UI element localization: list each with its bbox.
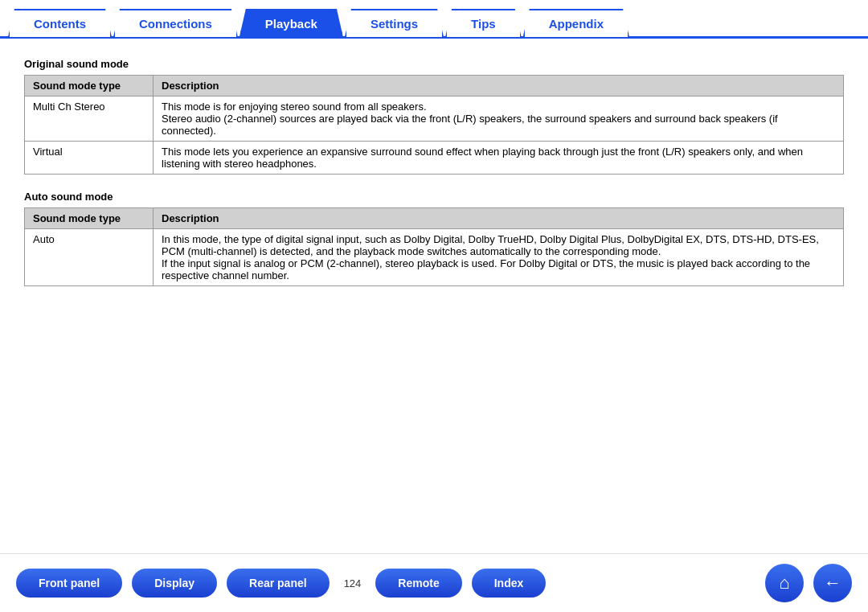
display-button[interactable]: Display <box>132 569 217 598</box>
nav-tab-contents[interactable]: Contents <box>8 9 112 37</box>
table-row: AutoIn this mode, the type of digital si… <box>25 229 844 286</box>
table-auto: Sound mode typeDescriptionAutoIn this mo… <box>24 207 844 286</box>
table-row: Multi Ch StereoThis mode is for enjoying… <box>25 97 844 142</box>
sound-mode-desc: This mode lets you experience an expansi… <box>154 142 844 175</box>
back-icon: ← <box>824 573 841 594</box>
section-title-original: Original sound mode <box>24 58 844 70</box>
page-number: 124 <box>339 577 366 589</box>
rear-panel-button[interactable]: Rear panel <box>227 569 330 598</box>
table-original: Sound mode typeDescriptionMulti Ch Stere… <box>24 75 844 175</box>
column-header: Description <box>154 208 844 229</box>
sound-mode-type: Auto <box>25 229 154 286</box>
section-title-auto: Auto sound mode <box>24 191 844 203</box>
sound-mode-desc: In this mode, the type of digital signal… <box>154 229 844 286</box>
front-panel-button[interactable]: Front panel <box>16 569 122 598</box>
nav-tab-appendix[interactable]: Appendix <box>523 9 629 37</box>
nav-tab-playback[interactable]: Playback <box>240 9 343 37</box>
home-icon: ⌂ <box>779 573 789 594</box>
nav-tab-settings[interactable]: Settings <box>345 9 444 37</box>
sound-mode-desc: This mode is for enjoying stereo sound f… <box>154 97 844 142</box>
column-header: Description <box>154 76 844 97</box>
main-content: Original sound modeSound mode typeDescri… <box>0 39 868 553</box>
sound-mode-type: Virtual <box>25 142 154 175</box>
nav-tab-connections[interactable]: Connections <box>113 9 238 37</box>
table-row: VirtualThis mode lets you experience an … <box>25 142 844 175</box>
home-button[interactable]: ⌂ <box>765 564 804 602</box>
remote-button[interactable]: Remote <box>375 569 461 598</box>
index-button[interactable]: Index <box>472 569 547 598</box>
column-header: Sound mode type <box>25 208 154 229</box>
nav-tab-tips[interactable]: Tips <box>445 9 522 37</box>
nav-tabs: ContentsConnectionsPlaybackSettingsTipsA… <box>0 0 868 39</box>
bottom-bar: Front panelDisplayRear panel124RemoteInd… <box>0 553 868 612</box>
back-button[interactable]: ← <box>813 564 852 602</box>
column-header: Sound mode type <box>25 76 154 97</box>
sound-mode-type: Multi Ch Stereo <box>25 97 154 142</box>
